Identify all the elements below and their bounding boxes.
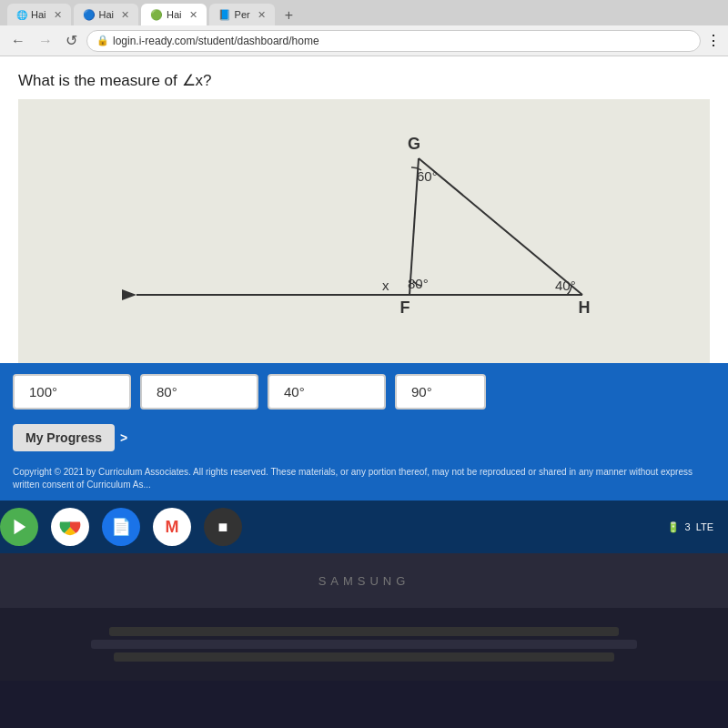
triangle-diagram: G 60° x 80° F 40° H [18,99,710,363]
play-store-icon[interactable] [0,508,38,546]
progress-arrow-icon: > [120,430,127,445]
tab-hai-active[interactable]: 🟢 Hai ✕ [141,4,207,25]
chrome-icon[interactable] [51,508,89,546]
vertex-f-label: F [400,298,410,317]
svg-line-2 [419,158,582,295]
battery-icon: 🔋 [667,521,680,533]
my-progress-button[interactable]: My Progress [13,424,115,451]
samsung-logo: SAMSUNG [318,574,410,588]
browser-tab-bar: 🌐 Hai ✕ 🔵 Hai ✕ 🟢 Hai ✕ 📘 Per ✕ + [0,0,728,25]
choice-40-button[interactable]: 40° [268,374,386,410]
tab-hai-1[interactable]: 🌐 Hai ✕ [7,4,71,25]
diagram-area: G 60° x 80° F 40° H [18,99,710,363]
angle-f-label: 80° [408,276,429,291]
angle-x-label: x [382,278,389,293]
answer-choices-row: 100° 80° 40° 90° [0,363,728,420]
svg-marker-4 [15,520,26,535]
page-content: What is the measure of ∠x? G [0,56,728,681]
app-icon-dark[interactable]: ■ [204,508,242,546]
status-bar-right: 🔋 3 LTE [667,521,713,533]
url-text: login.i-ready.com/student/dashboard/home [113,35,319,47]
signal-label: LTE [696,521,713,532]
refresh-button[interactable]: ↺ [62,30,81,51]
question-title: What is the measure of ∠x? [18,71,710,90]
forward-button[interactable]: → [35,31,56,51]
my-progress-label: My Progress [25,430,102,445]
new-tab-button[interactable]: + [278,5,300,25]
angle-g-label: 60° [417,168,438,184]
address-bar[interactable]: 🔒 login.i-ready.com/student/dashboard/ho… [86,30,701,52]
browser-address-bar-row: ← → ↺ 🔒 login.i-ready.com/student/dashbo… [0,25,728,56]
question-card: What is the measure of ∠x? G [0,56,728,363]
progress-row: My Progress > [0,420,728,460]
copyright-text: Copyright © 2021 by Curriculum Associate… [0,460,728,497]
angle-h-label: 40° [555,278,576,293]
tab-hai-2[interactable]: 🔵 Hai ✕ [74,4,139,25]
keyboard-area [0,608,728,681]
battery-level: 3 [685,521,691,532]
choice-90-button[interactable]: 90° [395,374,486,410]
lock-icon: 🔒 [96,35,109,46]
choice-100-button[interactable]: 100° [13,374,131,410]
vertex-g-label: G [408,135,420,153]
laptop-body: SAMSUNG [0,553,728,608]
vertex-h-label: H [579,298,591,317]
taskbar: 📄 M ■ 🔋 3 LTE [0,500,728,553]
choice-80-button[interactable]: 80° [140,374,258,410]
docs-icon[interactable]: 📄 [102,508,140,546]
back-button[interactable]: ← [7,31,29,51]
tab-per[interactable]: 📘 Per ✕ [209,4,275,25]
extensions-area: ⋮ [706,32,721,49]
gmail-icon[interactable]: M [153,508,191,546]
